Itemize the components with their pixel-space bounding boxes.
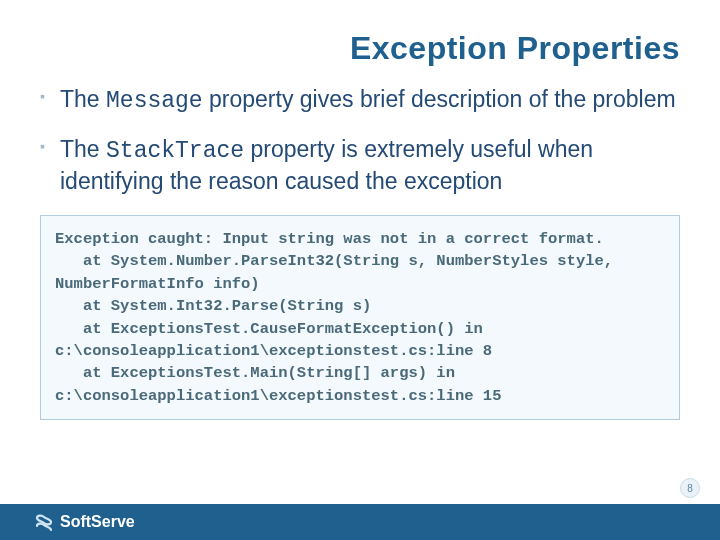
slide: Exception Properties The Message propert… (0, 0, 720, 540)
code-block: Exception caught: Input string was not i… (40, 215, 680, 421)
bullet-text-pre: The (60, 136, 106, 162)
list-item: The Message property gives brief descrip… (40, 85, 680, 117)
slide-title: Exception Properties (40, 30, 680, 67)
bullet-code-word: StackTrace (106, 138, 244, 164)
brand-name: SoftServe (60, 513, 135, 531)
bullet-code-word: Message (106, 88, 203, 114)
bullet-text-post: property gives brief description of the … (203, 86, 676, 112)
list-item: The StackTrace property is extremely use… (40, 135, 680, 197)
page-number-badge: 8 (680, 478, 700, 498)
logo-icon (34, 512, 54, 532)
bullet-list: The Message property gives brief descrip… (40, 85, 680, 197)
bullet-text-pre: The (60, 86, 106, 112)
footer-bar: SoftServe (0, 504, 720, 540)
brand-logo: SoftServe (34, 512, 135, 532)
